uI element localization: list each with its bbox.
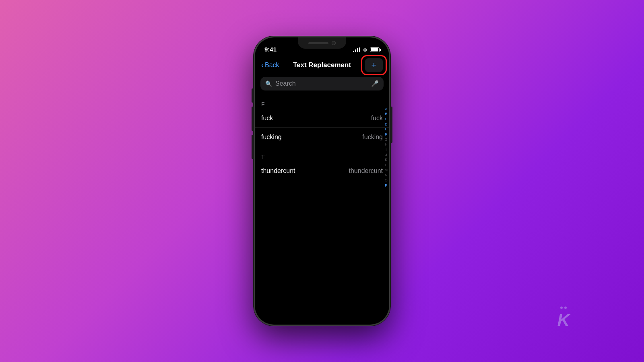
power-button — [391, 107, 392, 143]
speaker-grille — [308, 42, 328, 44]
back-label: Back — [265, 62, 279, 69]
volume-down-button — [252, 135, 253, 159]
alpha-letter-j[interactable]: J — [385, 153, 388, 158]
list-item[interactable]: fuck fuck — [255, 109, 389, 128]
section-header-t: T — [255, 151, 389, 162]
alpha-letter-g[interactable]: G — [385, 138, 388, 142]
add-button-wrapper: + — [365, 58, 383, 72]
item-phrase: fuck — [261, 115, 273, 122]
alpha-letter-p[interactable]: P — [385, 183, 388, 188]
watermark-dot — [560, 306, 563, 309]
phone-screen: 9:41 ⊜ — [255, 37, 389, 325]
phone-device: 9:41 ⊜ — [254, 36, 390, 326]
item-shortcut: fuck — [371, 115, 383, 122]
section-f: F fuck fuck fucking fucking — [255, 99, 389, 146]
item-phrase: fucking — [261, 134, 282, 141]
content-area: F fuck fuck fucking fucking — [255, 95, 389, 183]
item-phrase: thundercunt — [261, 167, 295, 175]
alpha-letter-d[interactable]: D — [385, 122, 388, 127]
alpha-letter-h[interactable]: H — [385, 143, 388, 148]
wifi-icon: ⊜ — [363, 47, 367, 53]
microphone-icon: 🎤 — [371, 80, 379, 87]
add-button[interactable]: + — [365, 58, 383, 72]
section-t: T thundercunt thundercunt — [255, 151, 389, 180]
alpha-letter-a[interactable]: A — [385, 107, 388, 112]
signal-icon — [353, 47, 360, 52]
list-item[interactable]: thundercunt thundercunt — [255, 162, 389, 180]
item-shortcut: fucking — [362, 134, 383, 141]
alpha-letter-m[interactable]: M — [385, 168, 388, 173]
list-item[interactable]: fucking fucking — [255, 128, 389, 146]
battery-fill — [371, 48, 378, 51]
back-button[interactable]: ‹ Back — [261, 61, 279, 70]
watermark-dot — [564, 306, 567, 309]
plus-icon: + — [372, 61, 377, 70]
status-icons: ⊜ — [353, 47, 380, 53]
front-camera — [332, 41, 336, 45]
alpha-letter-k[interactable]: K — [385, 158, 388, 163]
page-wrapper: K 9:41 — [0, 0, 644, 362]
alphabet-index[interactable]: A B C D E F G H I J K L M N O — [385, 107, 388, 188]
phone-notch — [298, 37, 346, 49]
alpha-letter-c[interactable]: C — [385, 117, 388, 122]
search-placeholder: Search — [275, 80, 368, 87]
phone-frame: 9:41 ⊜ — [254, 36, 390, 326]
alpha-letter-n[interactable]: N — [385, 173, 388, 178]
alpha-letter-o[interactable]: O — [385, 178, 388, 183]
alpha-letter-b[interactable]: B — [385, 112, 388, 117]
navigation-bar: ‹ Back Text Replacement + — [255, 55, 389, 75]
search-bar[interactable]: 🔍 Search 🎤 — [260, 77, 384, 90]
alpha-letter-e[interactable]: E — [385, 127, 388, 132]
search-icon: 🔍 — [265, 80, 272, 87]
status-time: 9:41 — [264, 46, 277, 53]
section-header-f: F — [255, 99, 389, 109]
page-title: Text Replacement — [293, 61, 351, 69]
item-shortcut: thundercunt — [349, 167, 383, 175]
alpha-letter-l[interactable]: L — [385, 163, 388, 168]
mute-button — [252, 88, 253, 103]
battery-icon — [370, 47, 380, 52]
back-chevron-icon: ‹ — [261, 61, 264, 70]
list-content: F fuck fuck fucking fucking — [255, 95, 389, 183]
alpha-letter-i[interactable]: I — [385, 148, 388, 152]
volume-up-button — [252, 107, 253, 131]
watermark-brand: K — [557, 311, 570, 330]
alpha-letter-f[interactable]: F — [385, 132, 388, 137]
